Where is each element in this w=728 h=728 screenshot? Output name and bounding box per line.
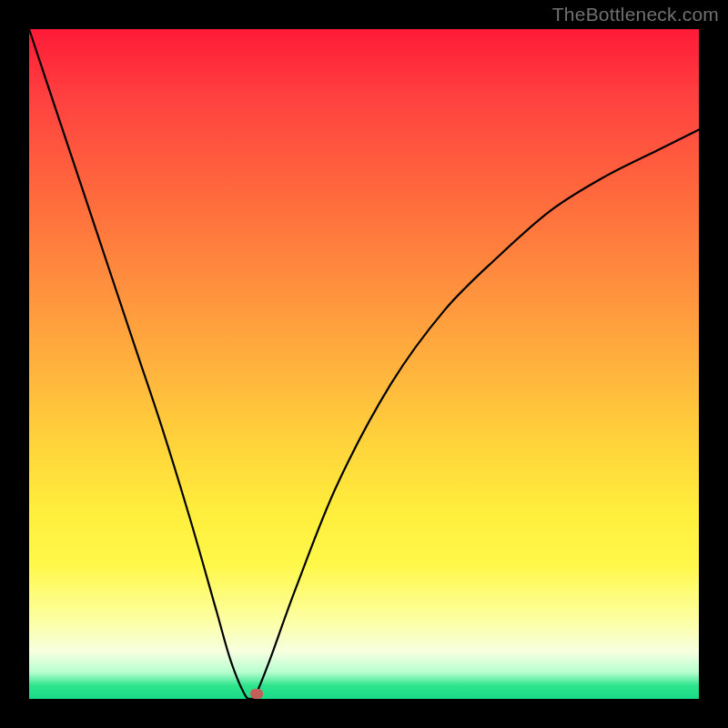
plot-area (29, 29, 699, 699)
bottleneck-curve (29, 29, 699, 699)
chart-frame: TheBottleneck.com (0, 0, 728, 728)
watermark-text: TheBottleneck.com (552, 4, 719, 25)
optimal-point-marker (250, 689, 263, 699)
